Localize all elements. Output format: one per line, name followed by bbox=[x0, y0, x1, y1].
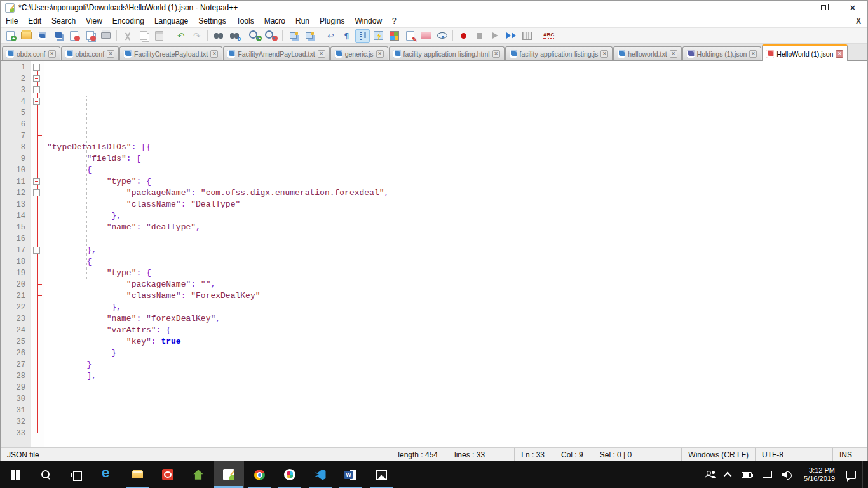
code-line[interactable]: { bbox=[47, 256, 867, 268]
taskbar-button-task-view[interactable] bbox=[61, 461, 92, 488]
document-switcher-icon[interactable]: ✎ bbox=[403, 29, 417, 43]
menu-plugins[interactable]: Plugins bbox=[315, 15, 349, 27]
spell-check-icon[interactable] bbox=[541, 29, 556, 43]
code-line[interactable]: "type": { bbox=[47, 268, 867, 279]
fold-collapse-box[interactable] bbox=[33, 86, 40, 93]
fold-collapse-box[interactable] bbox=[33, 75, 40, 82]
menu-language[interactable]: Language bbox=[149, 15, 193, 27]
tab-close-icon[interactable]: ✕ bbox=[107, 50, 114, 58]
taskbar-button-edge[interactable] bbox=[92, 461, 122, 488]
taskbar-button-start[interactable] bbox=[0, 461, 31, 488]
fold-collapse-box[interactable] bbox=[33, 64, 40, 71]
run-macro-multiple-icon[interactable] bbox=[504, 29, 519, 43]
menu-view[interactable]: View bbox=[81, 15, 107, 27]
menu-search[interactable]: Search bbox=[46, 15, 81, 27]
code-line[interactable]: } bbox=[47, 359, 867, 370]
code-line[interactable]: } bbox=[47, 348, 867, 359]
taskbar-button-file-explorer[interactable] bbox=[122, 461, 153, 488]
new-file-icon[interactable]: + bbox=[3, 29, 18, 43]
fold-collapse-box[interactable] bbox=[33, 189, 40, 196]
save-macro-icon[interactable] bbox=[520, 29, 534, 43]
code-line[interactable]: }, bbox=[47, 245, 867, 256]
taskbar-button-green-app[interactable] bbox=[183, 461, 214, 488]
close-icon[interactable]: – bbox=[67, 29, 81, 43]
code-line[interactable]: "key": true bbox=[47, 336, 867, 348]
tab-close-icon[interactable]: ✕ bbox=[836, 50, 843, 58]
menu-close-document-button[interactable]: X bbox=[856, 17, 861, 25]
zoom-out-icon[interactable]: – bbox=[264, 29, 279, 43]
taskbar-button-slack[interactable] bbox=[275, 461, 305, 488]
code-line[interactable]: "className": "ForexDealKey" bbox=[47, 290, 867, 302]
save-all-icon[interactable] bbox=[51, 29, 65, 43]
code-line[interactable]: }, bbox=[47, 302, 867, 313]
taskbar-button-oracle[interactable] bbox=[153, 461, 183, 488]
monitoring-icon[interactable] bbox=[435, 29, 449, 43]
fold-collapse-box[interactable] bbox=[33, 98, 40, 105]
action-center-button[interactable] bbox=[843, 461, 860, 488]
tab-generic-js[interactable]: generic.js✕ bbox=[330, 46, 388, 60]
zoom-in-icon[interactable]: + bbox=[248, 29, 263, 43]
paste-icon[interactable] bbox=[152, 29, 166, 43]
folder-as-workspace-icon[interactable] bbox=[419, 29, 433, 43]
code-line[interactable]: "fields": [ bbox=[47, 153, 867, 165]
code-line[interactable]: "packageName": "com.ofss.digx.enumeratio… bbox=[47, 187, 867, 199]
code-line[interactable] bbox=[47, 393, 867, 405]
show-all-characters-icon[interactable]: ¶ bbox=[339, 29, 354, 43]
code-line[interactable] bbox=[47, 405, 867, 416]
menu-file[interactable]: File bbox=[1, 15, 23, 27]
close-button[interactable]: ✕ bbox=[838, 1, 867, 15]
tab-facility-application-listing-js[interactable]: facility-application-listing.js✕ bbox=[505, 46, 613, 60]
code-line[interactable]: "varAttrs": { bbox=[47, 325, 867, 336]
tray-network-button[interactable] bbox=[758, 461, 775, 488]
minimize-button[interactable] bbox=[780, 1, 809, 15]
code-line[interactable]: "name": "dealType", bbox=[47, 222, 867, 233]
stop-recording-icon[interactable] bbox=[472, 29, 487, 43]
code-line[interactable]: "className": "DealType" bbox=[47, 199, 867, 210]
menu-tools[interactable]: Tools bbox=[231, 15, 259, 27]
sync-vertical-scrolling-icon[interactable] bbox=[286, 29, 301, 43]
open-file-icon[interactable] bbox=[19, 29, 34, 43]
taskbar-button-notepad-plus-plus[interactable] bbox=[214, 461, 244, 488]
code-line[interactable]: { bbox=[47, 165, 867, 176]
code-line[interactable]: "typeDetailsDTOs": [{ bbox=[47, 142, 867, 153]
menu-edit[interactable]: Edit bbox=[23, 15, 46, 27]
undo-icon[interactable]: ↶ bbox=[173, 29, 188, 43]
tray-people-button[interactable] bbox=[701, 461, 719, 488]
fold-collapse-box[interactable] bbox=[33, 247, 40, 254]
tab-close-icon[interactable]: ✕ bbox=[492, 50, 500, 58]
document-map-icon[interactable] bbox=[387, 29, 402, 43]
function-list-icon[interactable] bbox=[371, 29, 386, 43]
tab-facilityamendpayload-txt[interactable]: FacilityAmendPayLoad.txt✕ bbox=[223, 46, 329, 60]
print-icon[interactable] bbox=[98, 29, 113, 43]
code-line[interactable] bbox=[47, 233, 867, 245]
menu-window[interactable]: Window bbox=[349, 15, 387, 27]
code-line[interactable] bbox=[47, 428, 867, 439]
redo-icon[interactable]: ↷ bbox=[189, 29, 204, 43]
fold-collapse-box[interactable] bbox=[33, 178, 40, 185]
tray-battery-button[interactable] bbox=[738, 461, 756, 488]
code-line[interactable]: "type": { bbox=[47, 176, 867, 187]
sync-horizontal-scrolling-icon[interactable] bbox=[302, 29, 316, 43]
code-line[interactable]: ], bbox=[47, 370, 867, 382]
menu-macro[interactable]: Macro bbox=[259, 15, 290, 27]
playback-macro-icon[interactable] bbox=[488, 29, 503, 43]
tab-obdx-conf[interactable]: obdx.conf✕ bbox=[61, 46, 119, 60]
tab-obdx-conf[interactable]: obdx.conf✕ bbox=[2, 46, 60, 60]
tab-close-icon[interactable]: ✕ bbox=[600, 50, 608, 58]
menu-encoding[interactable]: Encoding bbox=[107, 15, 149, 27]
tab-holdings-1-json[interactable]: Holdings (1).json✕ bbox=[682, 46, 762, 60]
restore-button[interactable] bbox=[809, 1, 838, 15]
taskbar-button-search[interactable] bbox=[31, 461, 61, 488]
copy-icon[interactable] bbox=[136, 29, 151, 43]
tab-facilitycreatepayload-txt[interactable]: FacilityCreatePayload.txt✕ bbox=[119, 46, 222, 60]
tab-helloworld-txt[interactable]: helloworld.txt✕ bbox=[613, 46, 681, 60]
record-macro-icon[interactable] bbox=[456, 29, 471, 43]
cut-icon[interactable] bbox=[120, 29, 135, 43]
menu-run[interactable]: Run bbox=[290, 15, 315, 27]
code-line[interactable]: "name": "forexDealKey", bbox=[47, 313, 867, 325]
show-indent-guide-icon[interactable] bbox=[355, 29, 370, 43]
tab-close-icon[interactable]: ✕ bbox=[318, 50, 325, 58]
tab-close-icon[interactable]: ✕ bbox=[48, 50, 56, 58]
tab-facility-application-listing-html[interactable]: facility-application-listing.html✕ bbox=[389, 46, 505, 60]
taskbar-button-vscode[interactable] bbox=[305, 461, 336, 488]
